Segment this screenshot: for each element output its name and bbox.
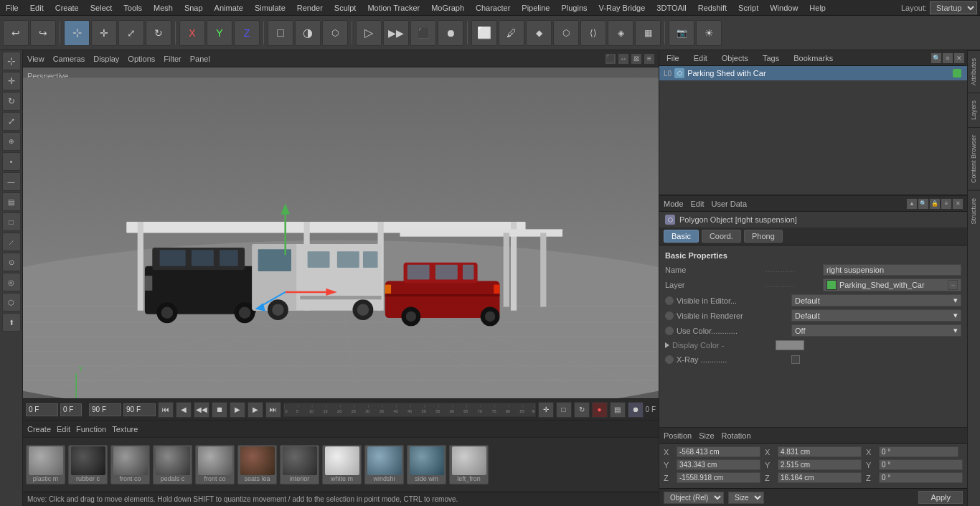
display-button[interactable]: ▦ <box>635 20 661 46</box>
filter-icon[interactable]: ≡ <box>943 53 953 63</box>
render-region-button[interactable]: ▶▶ <box>383 20 409 46</box>
tab-phong[interactable]: Phong <box>744 230 783 243</box>
next-frame-button[interactable]: ▶ <box>248 402 263 418</box>
size-dropdown[interactable]: Size <box>728 492 764 504</box>
menu-edit[interactable]: Edit <box>24 2 50 14</box>
xray-radio[interactable] <box>665 355 674 364</box>
polygon-tool-button[interactable]: ◆ <box>526 20 552 46</box>
name-value[interactable]: right suspension <box>823 264 961 276</box>
menu-pipeline[interactable]: Pipeline <box>516 2 555 14</box>
end-marker[interactable]: ⏺ <box>628 402 644 418</box>
menu-script[interactable]: Script <box>732 2 764 14</box>
camera-button[interactable]: 📷 <box>669 20 694 46</box>
poly-mode-button[interactable]: ▤ <box>2 192 21 211</box>
obj-browser-tab-edit[interactable]: Edit <box>689 52 712 64</box>
render-settings-button[interactable]: ⬛ <box>410 20 436 46</box>
visible-editor-radio[interactable] <box>665 296 674 305</box>
attr-icon-4[interactable]: ≡ <box>941 199 951 209</box>
rotate-mode-button[interactable]: ↻ <box>2 92 21 111</box>
selection-mode-button[interactable]: ⊹ <box>2 52 21 70</box>
render-view-button[interactable]: ◑ <box>295 20 321 46</box>
pos-x-input[interactable] <box>677 446 760 457</box>
object-mode-button[interactable]: □ <box>268 20 293 46</box>
attr-icon-1[interactable]: ▲ <box>907 199 917 209</box>
attr-tab-userdata[interactable]: User Data <box>712 200 748 208</box>
size-y-input[interactable] <box>778 459 862 470</box>
menu-character[interactable]: Character <box>470 2 516 14</box>
edit-mode-button[interactable]: ⬡ <box>322 20 348 46</box>
menu-mograph[interactable]: MoGraph <box>425 2 470 14</box>
xray-checkbox[interactable] <box>791 355 800 364</box>
viewport-menu-display[interactable]: Display <box>93 55 119 63</box>
snap-mode-button[interactable]: ⊕ <box>2 132 21 151</box>
play-button[interactable]: ▶ <box>230 402 245 418</box>
obj-browser-tab-tags[interactable]: Tags <box>758 52 783 64</box>
timeline-ruler[interactable]: 0 5 10 15 20 25 30 35 40 <box>283 403 536 417</box>
menu-sculpt[interactable]: Sculpt <box>329 2 362 14</box>
light-button[interactable]: ☀ <box>696 20 722 46</box>
material-item-1[interactable]: rubber c <box>68 445 108 484</box>
menu-window[interactable]: Window <box>764 2 804 14</box>
move-tool-timeline[interactable]: ✛ <box>538 402 554 418</box>
side-tab-attributes[interactable]: Attributes <box>968 50 980 93</box>
coord-tab-rotation[interactable]: Rotation <box>722 431 751 440</box>
tab-basic[interactable]: Basic <box>664 230 699 243</box>
material-item-8[interactable]: windshi <box>364 445 404 484</box>
rotate-tool-button[interactable]: ↻ <box>146 20 171 46</box>
close-icon[interactable]: ✕ <box>954 53 964 63</box>
apply-button[interactable]: Apply <box>918 491 963 504</box>
viewport[interactable]: Perspective Grid Spacing : 1000 cm <box>23 67 659 398</box>
use-color-radio[interactable] <box>665 327 674 335</box>
object-mode2-button[interactable]: □ <box>2 212 21 231</box>
spline-tool-button[interactable]: 🖊 <box>499 20 524 46</box>
material-item-6[interactable]: interior <box>280 445 319 484</box>
search-icon[interactable]: 🔍 <box>931 53 941 63</box>
cube-primitive-button[interactable]: ⬜ <box>471 20 497 46</box>
move-tool-button[interactable]: ✛ <box>91 20 117 46</box>
viewport-icon-4[interactable]: ≡ <box>644 54 654 64</box>
obj-browser-tab-bookmarks[interactable]: Bookmarks <box>789 52 837 64</box>
menu-redshift[interactable]: Redshift <box>692 2 732 14</box>
motion-clip[interactable]: ▤ <box>610 402 626 418</box>
subdivide-button[interactable]: ⬡ <box>2 293 21 311</box>
material-item-7[interactable]: white m <box>322 445 362 484</box>
z-axis-button[interactable]: Z <box>234 20 260 46</box>
prev-frame-button[interactable]: ◀ <box>176 402 192 418</box>
bottom-menu-function[interactable]: Function <box>76 425 106 434</box>
menu-select[interactable]: Select <box>85 2 118 14</box>
bottom-menu-texture[interactable]: Texture <box>112 425 138 434</box>
menu-motion-tracker[interactable]: Motion Tracker <box>362 2 425 14</box>
attr-tab-mode[interactable]: Mode <box>664 200 684 208</box>
x-axis-button[interactable]: X <box>179 20 205 46</box>
stop-button[interactable]: ⏹ <box>212 402 227 418</box>
material-item-2[interactable]: front co <box>110 445 150 484</box>
pos-z-input[interactable] <box>677 472 760 483</box>
side-tab-layers[interactable]: Layers <box>968 93 980 127</box>
go-to-end-button[interactable]: ⏭ <box>265 402 281 418</box>
rot-x-input[interactable] <box>879 446 958 457</box>
nurbs-button[interactable]: ⬡ <box>553 20 579 46</box>
visible-renderer-dropdown[interactable]: Default ▾ <box>791 309 961 322</box>
start-frame-input[interactable] <box>26 403 58 416</box>
select-tool-button[interactable]: ⊹ <box>64 20 90 46</box>
size-x-input[interactable] <box>778 446 862 457</box>
viewport-menu-view[interactable]: View <box>27 55 44 63</box>
viewport-menu-panel[interactable]: Panel <box>190 55 210 63</box>
extrude-button[interactable]: ⬆ <box>2 313 21 332</box>
viewport-icon-2[interactable]: ↔ <box>618 54 628 64</box>
record-button[interactable]: ● <box>592 402 608 418</box>
material-item-9[interactable]: side win <box>407 445 446 484</box>
material-item-0[interactable]: plastic m <box>26 445 65 484</box>
menu-3dtoall[interactable]: 3DTOAll <box>651 2 692 14</box>
menu-tools[interactable]: Tools <box>118 2 148 14</box>
size-z-input[interactable] <box>778 472 862 483</box>
menu-create[interactable]: Create <box>50 2 85 14</box>
material-item-5[interactable]: seats lea <box>237 445 277 484</box>
menu-mesh[interactable]: Mesh <box>148 2 179 14</box>
display-color-triangle[interactable] <box>665 342 669 348</box>
visible-renderer-radio[interactable] <box>665 311 674 320</box>
key-tool[interactable]: □ <box>556 402 572 418</box>
edge-mode-button[interactable]: — <box>2 172 21 191</box>
y-axis-button[interactable]: Y <box>207 20 232 46</box>
point-mode-button[interactable]: • <box>2 152 21 171</box>
